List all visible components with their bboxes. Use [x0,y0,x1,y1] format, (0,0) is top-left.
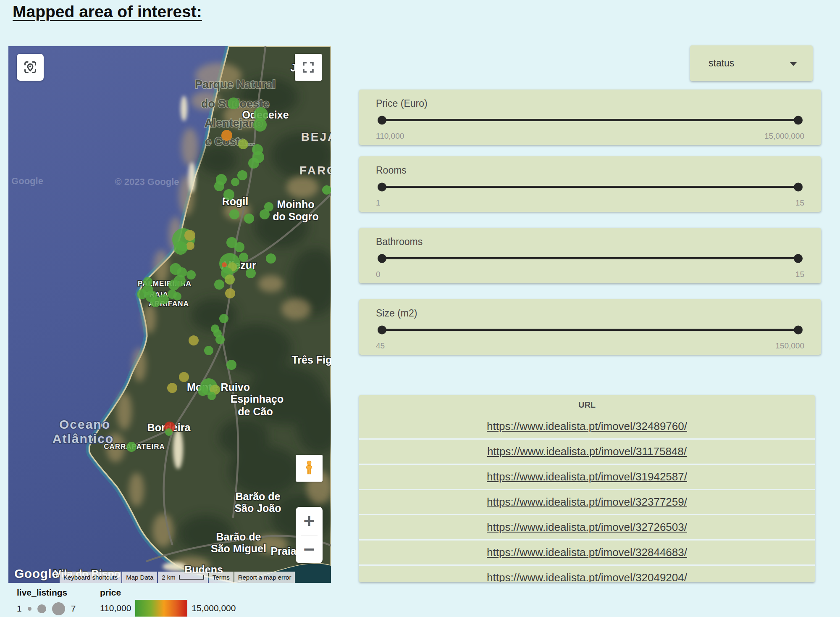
listing-dot[interactable] [186,242,194,250]
listing-dot[interactable] [179,372,189,382]
map-label: do Sogro [273,211,319,222]
listing-dot[interactable] [225,288,235,298]
rooms-slider-handle-min[interactable] [378,182,386,191]
listing-dot[interactable] [229,209,239,219]
zoom-out-button[interactable]: − [296,535,323,564]
size-slider-labels: 45 150,000 [376,341,804,351]
pegman-icon [303,460,315,476]
listing-dot[interactable] [167,383,177,393]
size-slider-handle-max[interactable] [794,325,803,334]
listing-dot[interactable] [204,346,213,355]
url-link[interactable]: https://www.idealista.pt/imovel/32844683… [487,546,687,559]
price-slider-handle-max[interactable] [794,116,803,124]
legend-price-max: 15,000,000 [192,603,236,613]
size-slider-handle-min[interactable] [378,325,386,334]
listing-dot[interactable] [214,181,224,191]
price-slider-handle-min[interactable] [378,116,386,124]
listing-dot[interactable] [198,386,208,396]
google-map[interactable]: Parque Naturaldo SudoesteAlentejanoe Cos… [8,46,331,583]
legend-size-title: live_listings [17,588,67,598]
bathrooms-slider-handle-min[interactable] [378,254,386,263]
chevron-down-icon [790,62,797,66]
url-link[interactable]: https://www.idealista.pt/imovel/32726503… [487,521,687,534]
listing-dot[interactable] [173,292,181,301]
listing-dot[interactable] [165,428,173,436]
page-title: Mapped area of interest: [13,3,202,21]
listing-dot[interactable] [189,335,199,345]
map-label: Barão de [216,531,261,543]
url-link[interactable]: https://www.idealista.pt/imovel/32049204… [487,571,687,582]
listing-dot[interactable] [222,262,227,267]
url-column-header: URL [359,395,815,414]
listing-dot[interactable] [322,185,331,195]
url-link[interactable]: https://www.idealista.pt/imovel/31942587… [487,470,687,483]
rooms-range-slider[interactable] [379,186,801,188]
bathrooms-slider-handle-max[interactable] [794,254,803,263]
google-logo[interactable]: Google [14,567,59,581]
listing-dot[interactable] [174,241,187,255]
listing-dot[interactable] [228,98,239,109]
listing-dot[interactable] [207,392,216,400]
listing-dot[interactable] [246,268,256,278]
listing-dot[interactable] [231,178,239,186]
table-row: https://www.idealista.pt/imovel/32049204… [359,564,815,582]
listing-dot[interactable] [159,294,169,304]
legend-size-scale: 1 7 [17,601,76,616]
map-label: Google [11,176,43,186]
listing-dot[interactable] [253,118,267,132]
listing-dot[interactable] [221,130,232,141]
bathrooms-slider-labels: 0 15 [376,270,804,279]
map-label: Oceano [59,417,110,431]
report-map-error-link[interactable]: Report a map error [234,572,295,583]
street-view-pegman-button[interactable] [296,455,323,482]
size-slider-card: Size (m2) 45 150,000 [359,299,821,355]
listing-dot[interactable] [244,214,254,224]
map-data-button[interactable]: Map Data [122,572,157,583]
listing-dot[interactable] [143,277,152,286]
price-range-slider[interactable] [379,119,801,121]
terms-link[interactable]: Terms [209,572,234,583]
listing-dot[interactable] [225,274,235,285]
legend-size-max: 7 [71,604,76,614]
map-label: Três Figo [291,354,331,366]
status-dropdown[interactable]: status [690,45,813,81]
listing-dot[interactable] [248,158,259,169]
url-link[interactable]: https://www.idealista.pt/imovel/31175848… [487,445,687,458]
listing-dot[interactable] [186,270,196,279]
size-slider-max-label: 150,000 [775,341,804,351]
locate-button[interactable] [17,54,44,81]
listing-dot[interactable] [184,230,195,241]
listing-dot[interactable] [215,335,225,344]
url-link[interactable]: https://www.idealista.pt/imovel/32377259… [487,496,687,509]
listing-dot[interactable] [238,139,248,149]
url-link[interactable]: https://www.idealista.pt/imovel/32489760… [487,420,687,433]
listing-dot[interactable] [219,314,228,323]
listing-dot[interactable] [234,242,244,252]
zoom-in-button[interactable]: + [296,507,323,535]
rooms-slider-labels: 1 15 [376,198,804,208]
bathrooms-range-slider[interactable] [379,257,801,259]
listing-dot[interactable] [214,279,224,290]
listing-dot[interactable] [239,253,248,262]
keyboard-shortcuts-button[interactable]: Keyboard shortcuts [60,572,121,583]
listing-dot[interactable] [137,289,147,299]
listing-dot[interactable] [237,170,247,180]
rooms-slider-title: Rooms [376,165,407,176]
table-row: https://www.idealista.pt/imovel/31175848… [359,438,815,464]
listing-dot[interactable] [264,202,273,211]
map-label: Moinho [277,198,315,210]
price-slider-card: Price (Euro) 110,000 15,000,000 [359,90,821,145]
listing-dot[interactable] [226,360,236,370]
listing-dot[interactable] [126,442,136,452]
map-label: BEJA [301,130,331,143]
listing-dot[interactable] [266,253,276,264]
size-range-slider[interactable] [379,329,801,331]
listing-dot[interactable] [168,279,179,290]
map-label: Espinhaço [231,393,284,405]
map-label: de Cão [238,406,273,417]
rooms-slider-handle-max[interactable] [794,182,803,191]
listing-dot[interactable] [223,189,234,200]
zoom-controls: + − [296,507,323,563]
fullscreen-button[interactable] [295,54,322,81]
bathrooms-slider-min-label: 0 [376,270,381,279]
